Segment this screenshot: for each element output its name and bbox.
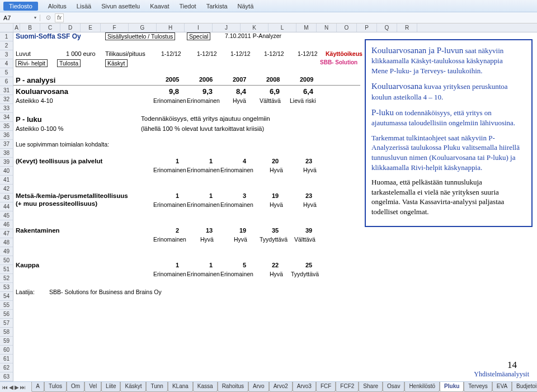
prev-icon[interactable]: ◀	[9, 384, 13, 390]
row-header[interactable]: 56	[0, 310, 13, 319]
sheet-tab[interactable]: Budjetointi	[512, 382, 537, 392]
row-header[interactable]: 33	[0, 104, 13, 113]
button-special[interactable]: Special	[187, 32, 210, 40]
row-header[interactable]: 62	[0, 363, 13, 372]
row-header[interactable]: 63	[0, 372, 13, 381]
row-header[interactable]: 58	[0, 328, 13, 337]
row-header[interactable]: 1	[0, 32, 13, 41]
col-header[interactable]: E	[81, 23, 101, 32]
row-header[interactable]: 49	[0, 247, 13, 256]
menu-data[interactable]: Tiedot	[179, 3, 196, 10]
button-rivihelpit[interactable]: Rivi- helpit	[16, 59, 48, 67]
row-header[interactable]: 41	[0, 176, 13, 185]
name-box[interactable]: A7 ▾	[0, 15, 40, 21]
row-header[interactable]: 44	[0, 202, 13, 211]
row-header[interactable]: 59	[0, 337, 13, 346]
col-header[interactable]: Q	[377, 23, 397, 32]
menu-file[interactable]: Tiedosto	[3, 2, 38, 11]
s2r1: Hyvä	[200, 236, 214, 243]
sheet-tab[interactable]: FCF	[316, 382, 336, 392]
col-header[interactable]: N	[317, 23, 337, 32]
sheet-tab[interactable]: Kassa	[193, 382, 218, 392]
sheet-tab[interactable]: KLana	[168, 382, 193, 392]
sheet-tab[interactable]: Arvo	[248, 382, 269, 392]
col-header[interactable]: A	[13, 23, 20, 32]
menu-home[interactable]: Aloitus	[48, 3, 67, 10]
row-header[interactable]: 57	[0, 319, 13, 328]
row-header[interactable]: 2	[0, 41, 13, 50]
row-header[interactable]: 53	[0, 283, 13, 292]
row-header[interactable]: 45	[0, 211, 13, 220]
col-header[interactable]: D	[60, 23, 81, 32]
col-header[interactable]: G	[129, 23, 157, 32]
row-header[interactable]: 61	[0, 355, 13, 363]
row-header[interactable]: 60	[0, 346, 13, 355]
button-tulosta[interactable]: Tulosta	[57, 59, 81, 67]
menu-insert[interactable]: Lisää	[77, 3, 91, 10]
menu-formulas[interactable]: Kaavat	[150, 3, 169, 10]
sheet-tab[interactable]: Arvo2	[269, 382, 293, 392]
row-header[interactable]: 5	[0, 68, 13, 77]
sheet-tab[interactable]: Henkilöstö	[404, 382, 440, 392]
row-header[interactable]: 4	[0, 59, 13, 68]
col-header[interactable]: J	[213, 23, 241, 32]
col-header[interactable]: H	[157, 23, 185, 32]
col-header[interactable]: B	[20, 23, 40, 32]
row-header[interactable]: 37	[0, 140, 13, 149]
row-header[interactable]: 32	[0, 95, 13, 104]
col-header[interactable]: K	[241, 23, 268, 32]
col-header[interactable]: M	[296, 23, 317, 32]
col-header[interactable]: R	[397, 23, 417, 32]
next-icon[interactable]: ▶	[15, 384, 19, 390]
row-header[interactable]: 51	[0, 265, 13, 274]
row-header[interactable]: 47	[0, 229, 13, 238]
row-header[interactable]: 39	[0, 158, 13, 167]
first-icon[interactable]: ⏮	[2, 384, 8, 390]
sheet-tab[interactable]: Pluku	[440, 382, 464, 392]
col-header[interactable]: O	[337, 23, 357, 32]
row-header[interactable]: 48	[0, 238, 13, 247]
col-header[interactable]: L	[268, 23, 296, 32]
row-header[interactable]: 38	[0, 149, 13, 158]
row-header[interactable]: 36	[0, 131, 13, 140]
sheet-tab[interactable]: Tunn	[146, 382, 167, 392]
row-header[interactable]: 43	[0, 193, 13, 202]
col-header[interactable]: C	[40, 23, 60, 32]
sheet-tab[interactable]: A	[31, 382, 44, 392]
row-header[interactable]: 34	[0, 113, 13, 122]
col-header[interactable]: I	[185, 23, 213, 32]
sheet-tab[interactable]: Share	[359, 382, 383, 392]
sheet-nav[interactable]: ⏮ ◀ ▶ ⏭	[0, 384, 31, 390]
sheet-tab[interactable]: FCF2	[336, 382, 359, 392]
row-header[interactable]: 3	[0, 50, 13, 59]
sheet-tab[interactable]: Arvo3	[293, 382, 316, 392]
row-header[interactable]: 46	[0, 220, 13, 229]
row-header[interactable]: 50	[0, 256, 13, 265]
menu-view[interactable]: Näytä	[238, 3, 254, 10]
sheet-tab[interactable]: Käskyt	[120, 382, 146, 392]
button-kaskyt[interactable]: Käskyt	[105, 59, 128, 67]
sheet-tab[interactable]: Terveys	[464, 382, 492, 392]
row-header[interactable]: 52	[0, 274, 13, 283]
button-sisallys[interactable]: Sisällysluettelo / Tulostus	[105, 32, 175, 40]
sheet-tab[interactable]: Rahoitus	[218, 382, 248, 392]
sheet-tab[interactable]: EVA	[492, 382, 512, 392]
menu-review[interactable]: Tarkista	[206, 3, 228, 10]
row-header[interactable]: 42	[0, 185, 13, 193]
col-header[interactable]: P	[357, 23, 377, 32]
fx-button[interactable]: fx	[55, 13, 64, 22]
row-header[interactable]: 31	[0, 86, 13, 95]
sheet-tab[interactable]: Tulos	[44, 382, 67, 392]
menu-layout[interactable]: Sivun asettelu	[101, 3, 140, 10]
last-icon[interactable]: ⏭	[20, 384, 26, 390]
sheet-tab[interactable]: Om	[67, 382, 84, 392]
sheet-tab[interactable]: Osav	[383, 382, 404, 392]
row-header[interactable]: 6	[0, 77, 13, 86]
row-header[interactable]: 55	[0, 301, 13, 310]
row-header[interactable]: 54	[0, 292, 13, 301]
row-header[interactable]: 40	[0, 167, 13, 176]
row-header[interactable]: 35	[0, 122, 13, 131]
col-header[interactable]: F	[101, 23, 129, 32]
sheet-tab[interactable]: Vel	[84, 382, 101, 392]
sheet-tab[interactable]: Liite	[101, 382, 120, 392]
